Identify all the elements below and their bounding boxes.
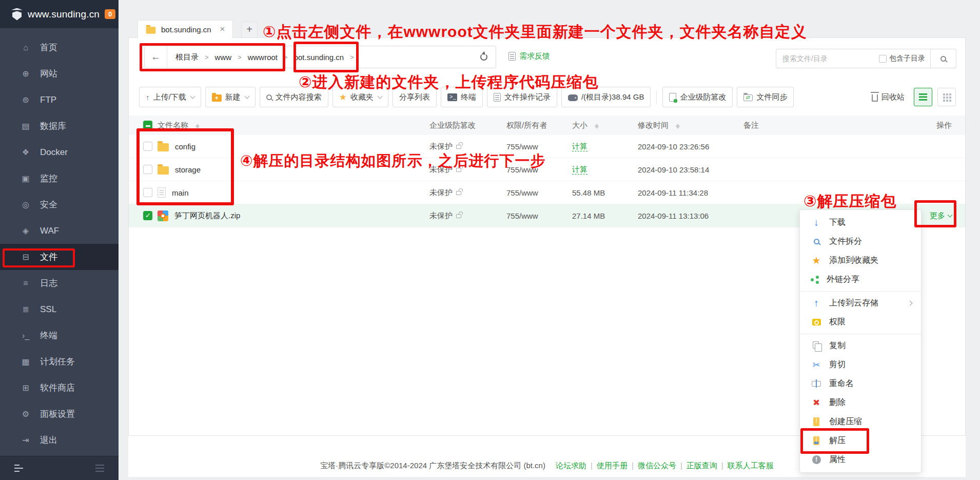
menu-item-permission[interactable]: 权限	[800, 313, 921, 332]
toolbar-button-label: 企业级防篡改	[680, 92, 726, 102]
refresh-icon[interactable]	[480, 53, 487, 61]
file-name[interactable]: main	[172, 188, 189, 197]
size-cell: 计算	[572, 142, 638, 151]
sidebar: www.sunding.cn 0 ⌂首页⊕网站⊚FTP▤数据库❖Docker▣监…	[0, 0, 119, 480]
terminal-icon: ›_	[21, 331, 31, 340]
menu-item-unzip[interactable]: 解压	[800, 431, 921, 450]
perm-cell: 755/www	[506, 212, 572, 220]
menu-item-label: 解压	[829, 435, 846, 446]
menu-item-share[interactable]: 外链分享	[800, 270, 921, 289]
file-name[interactable]: storage	[175, 165, 201, 174]
breadcrumb-item[interactable]: wwwroot	[248, 53, 278, 62]
sort-mtime-icon[interactable]	[676, 122, 680, 129]
select-all-checkbox[interactable]	[143, 121, 152, 130]
cut-icon: ✂	[811, 359, 821, 371]
newfolder-icon: +	[212, 94, 222, 102]
menu-item-props[interactable]: !属性	[800, 450, 921, 469]
sidebar-item-logs[interactable]: ≡日志	[0, 270, 119, 296]
include-subdir-option[interactable]: 包含子目录	[879, 54, 925, 63]
upload-icon: ↑	[146, 93, 150, 102]
toolbar-button-tamper[interactable]: 企业级防篡改	[662, 87, 733, 107]
toolbar-button-updown[interactable]: ↑上传/下载	[139, 87, 201, 107]
file-name-cell[interactable]: main	[158, 187, 429, 198]
sidebar-item-settings[interactable]: ⚙面板设置	[0, 401, 119, 427]
favorite-icon: ★	[811, 255, 821, 266]
size-value: 27.14 MB	[572, 212, 605, 220]
menu-item-compress[interactable]: 创建压缩	[800, 412, 921, 431]
settings-icon: ⚙	[21, 409, 31, 419]
include-subdir-checkbox[interactable]	[879, 55, 887, 63]
recycle-bin-button[interactable]: 回收站	[872, 92, 909, 102]
list-view-toggle[interactable]	[914, 88, 932, 106]
sidebar-item-security[interactable]: ◎安全	[0, 191, 119, 218]
breadcrumb-item[interactable]: www	[215, 53, 232, 62]
footer-link[interactable]: 微信公众号	[638, 461, 676, 470]
sidebar-item-docker[interactable]: ❖Docker	[0, 139, 119, 165]
sidebar-item-label: 文件	[40, 251, 57, 263]
row-checkbox[interactable]	[143, 188, 152, 197]
sidebar-item-label: 退出	[40, 434, 57, 446]
breadcrumb-item[interactable]: bot.sunding.cn	[294, 53, 344, 62]
menu-item-favorite[interactable]: ★添加到收藏夹	[800, 251, 921, 270]
file-name[interactable]: config	[175, 142, 195, 151]
row-checkbox-cell	[129, 165, 158, 174]
message-count-badge[interactable]: 0	[105, 9, 115, 19]
sort-name-icon[interactable]	[195, 122, 200, 129]
row-checkbox[interactable]	[143, 165, 152, 174]
sidebar-item-appstore[interactable]: ⊞软件商店	[0, 375, 119, 401]
collapse-sidebar-icon[interactable]	[14, 468, 23, 469]
sidebar-item-monitor[interactable]: ▣监控	[0, 165, 119, 191]
new-tab-button[interactable]: +	[241, 22, 258, 38]
menu-list-icon[interactable]	[95, 468, 104, 469]
sidebar-item-logout[interactable]: ⇥退出	[0, 427, 119, 453]
footer-link[interactable]: 使用手册	[597, 461, 628, 470]
row-checkbox[interactable]	[143, 211, 152, 220]
menu-item-split[interactable]: 文件拆分	[800, 232, 921, 251]
sidebar-item-waf[interactable]: ◈WAF	[0, 218, 119, 244]
sidebar-item-terminal[interactable]: ›_终端	[0, 322, 119, 349]
sidebar-item-home[interactable]: ⌂首页	[0, 34, 119, 61]
cron-icon: ▦	[21, 357, 31, 367]
toolbar-button-new[interactable]: +新建	[205, 87, 256, 107]
toolbar-button-label: 收藏夹	[350, 92, 374, 102]
tab-bot-sunding[interactable]: bot.sunding.cn ×	[138, 20, 233, 38]
sidebar-item-cron[interactable]: ▦计划任务	[0, 349, 119, 375]
sidebar-item-ssl[interactable]: ≣SSL	[0, 296, 119, 322]
sidebar-item-ftp[interactable]: ⊚FTP	[0, 87, 119, 113]
footer-link[interactable]: 论坛求助	[556, 461, 586, 470]
menu-item-delete[interactable]: ✖删除	[800, 393, 921, 412]
menu-item-cloud[interactable]: ↑上传到云存储	[800, 294, 921, 313]
file-name[interactable]: 笋丁网页机器人.zip	[174, 211, 240, 221]
menu-item-copy[interactable]: 复制	[800, 336, 921, 355]
sidebar-item-website[interactable]: ⊕网站	[0, 61, 119, 87]
menu-item-download[interactable]: ↓下载	[800, 213, 921, 232]
menu-item-rename[interactable]: 重命名	[800, 374, 921, 393]
logout-icon: ⇥	[21, 435, 31, 445]
file-name-cell[interactable]: 笋丁网页机器人.zip	[158, 210, 429, 221]
back-button[interactable]: ←	[145, 46, 167, 68]
menu-item-label: 删除	[829, 397, 846, 408]
more-button[interactable]: 更多	[930, 211, 952, 221]
file-name-cell[interactable]: config	[158, 142, 429, 151]
row-checkbox-cell	[129, 211, 158, 220]
sort-size-icon[interactable]	[595, 122, 599, 129]
menu-item-cut[interactable]: ✂剪切	[800, 355, 921, 374]
footer-link[interactable]: 正版查询	[687, 461, 717, 470]
footer-link[interactable]: 联系人工客服	[728, 461, 774, 470]
grid-view-toggle[interactable]	[937, 88, 956, 106]
sidebar-item-label: 首页	[40, 42, 57, 53]
row-checkbox[interactable]	[143, 142, 152, 151]
feedback-link[interactable]: 需求反馈	[508, 51, 550, 61]
search-input[interactable]	[782, 54, 875, 63]
feedback-icon	[508, 52, 516, 61]
sidebar-item-database[interactable]: ▤数据库	[0, 113, 119, 139]
calc-size-link[interactable]: 计算	[572, 165, 587, 175]
sidebar-footer	[0, 456, 119, 480]
tab-close-icon[interactable]: ×	[220, 24, 225, 34]
breadcrumb-item[interactable]: 根目录	[175, 52, 199, 62]
toolbar-button-sync[interactable]: 文件同步	[737, 87, 794, 107]
sidebar-item-files[interactable]: ⊟文件	[0, 244, 119, 270]
mtime-cell: 2024-09-10 23:58:14	[638, 165, 743, 174]
search-button[interactable]	[931, 49, 956, 68]
calc-size-link[interactable]: 计算	[572, 142, 587, 151]
